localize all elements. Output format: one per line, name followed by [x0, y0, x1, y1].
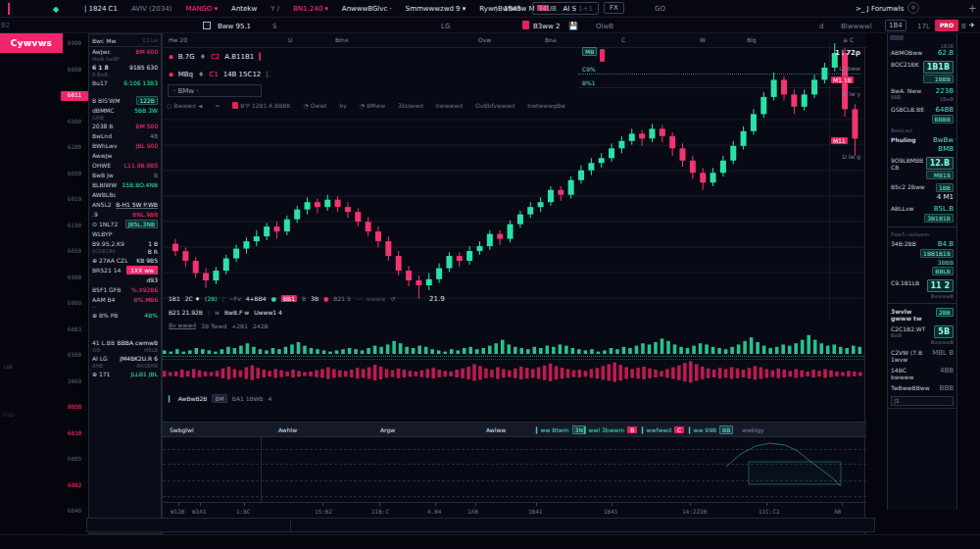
- ladder-price[interactable]: 3969: [61, 377, 88, 387]
- terminal-button[interactable]: >_ J Forumwls: [856, 5, 904, 13]
- bottom-tab-2[interactable]: Argw: [380, 426, 395, 433]
- ladder-price[interactable]: 6990: [61, 274, 88, 283]
- watchlist-row[interactable]: Bu176:106 13B3: [89, 78, 161, 88]
- chart-tab-2[interactable]: Bmx: [335, 36, 349, 43]
- menu-item-7[interactable]: Smmwwwzwd 9 ▾: [406, 5, 466, 13]
- chart-tab-7[interactable]: Blg: [747, 36, 757, 43]
- panel-field-value[interactable]: 4BB: [940, 367, 954, 374]
- save-icon[interactable]: 💾: [568, 22, 578, 30]
- bottom-tab-0[interactable]: Swbglwl: [170, 426, 194, 433]
- pro-button[interactable]: PRO: [935, 20, 958, 31]
- ladder-price[interactable]: 6500: [61, 351, 88, 361]
- panel-field-value[interactable]: MBL B: [932, 349, 954, 357]
- watchlist-row[interactable]: .9BNL.9BB: [89, 210, 161, 220]
- watchlist-row[interactable]: BWhLwvJBL 900: [89, 141, 161, 151]
- chart-tool-9[interactable]: bwtwwwgBw: [527, 102, 565, 109]
- watchlist-row[interactable]: BwLnd4B: [89, 131, 161, 141]
- mid-label-2[interactable]: OlwB: [596, 23, 613, 30]
- bird-icon[interactable]: ✈: [969, 22, 975, 29]
- chart-tab-4[interactable]: Bna: [545, 36, 557, 43]
- watchlist-row[interactable]: d93: [89, 275, 161, 285]
- ladder-price[interactable]: 6990: [61, 39, 88, 49]
- input-1b4[interactable]: 1B4: [885, 20, 906, 31]
- app-logo[interactable]: Cywvws: [0, 33, 63, 53]
- watchlist-row[interactable]: AwwJw: [89, 151, 161, 161]
- watchlist-row[interactable]: ⊙ 1NL72JB5L.3NB: [89, 220, 161, 229]
- chart-tool-4[interactable]: by: [339, 102, 346, 109]
- mid-label-1[interactable]: B3ww 2: [533, 23, 560, 30]
- bottom-tab-5[interactable]: ▎wwl 3bwwmB: [584, 426, 637, 433]
- ladder-price[interactable]: 6500: [61, 118, 88, 127]
- ladder-price[interactable]: 6090: [61, 66, 88, 75]
- menu-item-1[interactable]: AVlV (2034): [131, 5, 172, 13]
- panel-handle[interactable]: [890, 35, 904, 40]
- ladder-price[interactable]: 6010: [61, 429, 88, 439]
- watchlist-row[interactable]: 41 L.BBWBBBBA cwmwBMBLB: [89, 338, 161, 354]
- lg-label[interactable]: LG: [441, 23, 450, 30]
- menu-item-4[interactable]: Y /: [270, 5, 279, 13]
- watchlist-row[interactable]: B BIS'WM122B: [89, 96, 161, 106]
- layout-label[interactable]: Bww 95.1: [218, 23, 251, 30]
- bottom-tab-4[interactable]: ▎ww Btwm3N: [536, 426, 586, 433]
- chart-tool-7[interactable]: bwwwwd: [436, 102, 463, 109]
- panel-field-value[interactable]: 62.B: [938, 49, 954, 57]
- watchlist-row[interactable]: B5F1 GFB%.X92B6: [89, 285, 161, 295]
- panel-field-value[interactable]: 2BB: [936, 308, 954, 317]
- watchlist-row[interactable]: AwJwcMwB GwBPBM 600: [89, 47, 161, 63]
- watchlist-row[interactable]: AWBLBc: [89, 190, 161, 200]
- watchlist-row[interactable]: dBMMCGMB5BB 3W: [89, 106, 161, 122]
- menu-item-2[interactable]: MANGO ▾: [185, 5, 218, 13]
- bottom-tab-1[interactable]: Awhlw: [278, 426, 297, 433]
- bottom-tab-7[interactable]: ▎ww 99BBB: [689, 426, 733, 433]
- chart-tab-8[interactable]: ≡ C: [843, 36, 854, 43]
- chart-tab-1[interactable]: U: [288, 36, 292, 43]
- chart-tab-0[interactable]: Hw 20: [169, 36, 187, 43]
- ladder-price[interactable]: 6002: [61, 481, 88, 491]
- ladder-price[interactable]: 6150: [61, 222, 88, 231]
- panel-field-value[interactable]: BwBw: [933, 136, 954, 144]
- panel-field-value[interactable]: 11 2: [927, 279, 954, 292]
- menu-item-5[interactable]: BN1.240 ▾: [293, 5, 328, 13]
- watchlist-row[interactable]: B9.95.2.K99O1B1B91 BB R: [89, 239, 161, 256]
- input-17l[interactable]: 17L: [917, 23, 930, 30]
- chart-tool-2[interactable]: B'P 12B1 A BBBK: [232, 102, 290, 109]
- menu-item-6[interactable]: AnwwwBGlvc ·: [342, 5, 392, 13]
- panel-field-value[interactable]: 64BB: [935, 106, 954, 114]
- ladder-price[interactable]: 6011: [61, 91, 88, 101]
- chart-tab-5[interactable]: C: [621, 36, 625, 43]
- chart-tab-3[interactable]: Ovw: [478, 36, 491, 43]
- menu-item-3[interactable]: Antekw: [231, 5, 257, 13]
- chart-tool-8[interactable]: OvBbfvwwwd: [475, 102, 514, 109]
- chart-tool-6[interactable]: 3bUwwd: [398, 102, 423, 109]
- watchlist-row[interactable]: BLBIWW15B.BO.4NB: [89, 180, 161, 190]
- watchlist-row[interactable]: OHWEL11.9B.9B5: [89, 161, 161, 171]
- checkbox-icon[interactable]: [203, 22, 211, 29]
- ladder-price[interactable]: 6050: [61, 247, 88, 257]
- panel-field-value[interactable]: 223B: [936, 87, 954, 95]
- watchlist-row[interactable]: 6 1 8B BwB91B5 630: [89, 63, 161, 78]
- timeframe-dropdown[interactable]: · BMw ·: [168, 84, 262, 97]
- ladder-price[interactable]: 6060: [61, 299, 88, 309]
- ladder-price[interactable]: 6040: [61, 507, 88, 517]
- watchlist-action-button[interactable]: 1XX ww: [126, 266, 158, 274]
- panel-field-value[interactable]: 1B1B: [923, 61, 954, 74]
- panel-field-value[interactable]: B5L.B: [934, 205, 954, 213]
- watchlist-row[interactable]: ⊕ 171JLLB1 JBL: [89, 370, 161, 379]
- plus-button[interactable]: +: [968, 3, 976, 14]
- panel-input[interactable]: |1: [891, 396, 954, 406]
- chart-tool-3[interactable]: ◔ Owwt: [303, 102, 326, 109]
- watchlist-row[interactable]: 2038 BBM 500: [89, 122, 161, 131]
- ladder-price[interactable]: 9050: [61, 403, 88, 413]
- watchlist-row[interactable]: WLBYP: [89, 229, 161, 239]
- watchlist-row[interactable]: ⊕ 27AA CZLKB 9B5: [89, 256, 161, 266]
- watchlist-row[interactable]: BwB JwB: [89, 171, 161, 180]
- bottom-tab-8[interactable]: wwblgy: [742, 426, 764, 433]
- chart-tool-1[interactable]: ≈: [215, 102, 220, 109]
- globe-icon[interactable]: ☼: [907, 2, 919, 14]
- chart-tab-6[interactable]: W: [700, 36, 706, 43]
- candlestick-chart[interactable]: [163, 43, 864, 300]
- ladder-price[interactable]: 6019: [61, 195, 88, 205]
- watchlist-row[interactable]: BR521 141XX ww: [89, 266, 161, 275]
- panel-field-value[interactable]: B4.B: [938, 240, 954, 248]
- ladder-price[interactable]: 6003: [61, 325, 88, 335]
